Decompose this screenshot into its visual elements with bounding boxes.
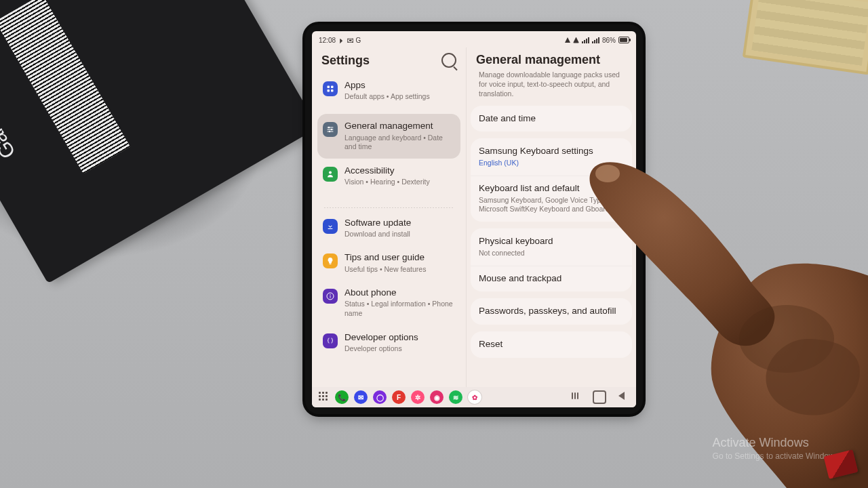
setting-row-label: Samsung Keyboard settings [479, 146, 624, 157]
nav-back-button[interactable] [618, 390, 629, 401]
sidebar-item-subtitle: Useful tips • New features [344, 265, 455, 274]
device-frame: 12:08 ⏵ ✉ G 86% Settings AppsDefault app… [305, 24, 643, 414]
svg-point-9 [329, 131, 330, 132]
settings-group: Samsung Keyboard settingsEnglish (UK)Key… [471, 138, 632, 222]
setting-row-mouse[interactable]: Mouse and trackpad [471, 266, 632, 292]
setting-row-kbdlist[interactable]: Keyboard list and defaultSamsung Keyboar… [471, 176, 632, 222]
setting-row-physkb[interactable]: Physical keyboardNot connected [471, 228, 632, 266]
svg-rect-15 [330, 296, 331, 298]
battery-percentage: 86% [602, 37, 616, 44]
taskbar-app-browser[interactable]: ◯ [373, 390, 387, 404]
svg-rect-11 [328, 228, 333, 229]
nav-home-button[interactable] [593, 390, 606, 404]
sidebar-item-subtitle: Developer options [344, 344, 455, 354]
taskbar-app-phone[interactable]: 📞 [335, 390, 349, 404]
watermark-title: Activate Windows [713, 436, 841, 450]
sidebar-item-label: Software update [344, 218, 455, 228]
svg-rect-0 [328, 86, 330, 89]
svg-point-14 [330, 295, 331, 296]
sidebar-item-subtitle: Status • Legal information • Phone name [344, 300, 455, 318]
about-icon [323, 289, 338, 304]
sidebar-item-swupdate[interactable]: Software updateDownload and install [317, 211, 460, 246]
app-drawer-icon[interactable] [319, 392, 330, 403]
sidebar-item-apps[interactable]: AppsDefault apps • App settings [317, 73, 460, 108]
taskbar-app-messages[interactable]: ✉ [354, 390, 368, 404]
tips-icon [323, 253, 338, 268]
taskbar-app-news[interactable]: F [392, 390, 406, 404]
setting-row-skb[interactable]: Samsung Keyboard settingsEnglish (UK) [471, 138, 632, 176]
sidebar-title: Settings [321, 54, 370, 68]
svg-point-10 [329, 171, 332, 174]
detail-intro-subtitle: Manage downloadable language packs used … [471, 70, 632, 106]
swupdate-icon [323, 219, 338, 234]
sidebar-item-label: Apps [344, 80, 455, 91]
sidebar-item-devopt[interactable]: Developer optionsDeveloper options [317, 325, 460, 361]
apps-icon [323, 81, 338, 96]
sidebar-item-about[interactable]: About phoneStatus • Legal information • … [317, 281, 460, 325]
setting-row-label: Reset [479, 339, 624, 350]
taskbar: 📞✉◯F✲◉≋✿ [312, 387, 636, 407]
sidebar-item-subtitle: Default apps • App settings [344, 92, 455, 102]
setting-row-subtitle: English (UK) [479, 159, 624, 168]
sidebar-item-label: Tips and user guide [344, 252, 455, 263]
sidebar-item-subtitle: Download and install [344, 230, 455, 239]
taskbar-app-photos[interactable]: ✿ [468, 390, 481, 404]
setting-row-reset[interactable]: Reset [471, 331, 632, 358]
taskbar-app-spotify[interactable]: ≋ [449, 390, 462, 404]
mute-icon [565, 37, 570, 43]
wifi-icon [573, 37, 579, 43]
setting-row-label: Passwords, passkeys, and autofill [479, 306, 624, 317]
status-time: 12:08 [319, 37, 336, 44]
svg-rect-1 [331, 86, 334, 89]
sidebar-item-subtitle: Language and keyboard • Date and time [344, 134, 455, 152]
watermark-subtitle: Go to Settings to activate Windows. [713, 451, 841, 461]
setting-row-label: Date and time [479, 113, 624, 125]
status-indicators: ⏵ ✉ G [338, 37, 361, 44]
devopt-icon [323, 333, 338, 348]
setting-row-subtitle: Not connected [479, 249, 624, 258]
setting-row-subtitle: Samsung Keyboard, Google Voice Typing, M… [479, 196, 624, 214]
signal-icon [582, 37, 589, 43]
nav-recents-button[interactable] [570, 390, 580, 401]
sidebar-item-access[interactable]: AccessibilityVision • Hearing • Dexterit… [317, 159, 460, 194]
sidebar-item-label: General management [344, 121, 455, 131]
sidebar-item-tips[interactable]: Tips and user guideUseful tips • New fea… [317, 245, 460, 281]
sidebar-item-label: Developer options [344, 332, 455, 343]
svg-rect-3 [331, 89, 334, 92]
settings-group: Date and time [471, 106, 632, 132]
signal-icon-2 [592, 37, 599, 43]
product-box-barcode [0, 0, 130, 174]
setting-row-datetime[interactable]: Date and time [471, 106, 632, 132]
access-icon [323, 167, 338, 182]
setting-row-pw[interactable]: Passwords, passkeys, and autofill [471, 298, 632, 325]
sidebar-item-subtitle: Vision • Hearing • Dexterity [344, 178, 455, 187]
settings-group: Passwords, passkeys, and autofill [471, 298, 632, 325]
settings-group: Physical keyboardNot connectedMouse and … [471, 228, 632, 291]
detail-pane: General management Manage downloadable l… [467, 47, 636, 387]
detail-title: General management [476, 53, 627, 67]
sidebar-item-general[interactable]: General managementLanguage and keyboard … [317, 114, 460, 158]
setting-row-label: Keyboard list and default [479, 183, 624, 195]
search-icon[interactable] [441, 53, 456, 68]
sidebar-item-label: Accessibility [344, 165, 455, 176]
windows-watermark: Activate Windows Go to Settings to activ… [713, 436, 841, 461]
battery-icon [618, 37, 629, 43]
taskbar-app-instagram[interactable]: ◉ [430, 390, 443, 404]
setting-row-label: Physical keyboard [479, 236, 624, 247]
svg-point-8 [331, 129, 332, 130]
setting-row-label: Mouse and trackpad [479, 273, 624, 285]
svg-rect-2 [328, 89, 330, 92]
settings-group: Reset [471, 331, 632, 358]
taskbar-app-app-pink[interactable]: ✲ [411, 390, 425, 404]
settings-sidebar: Settings AppsDefault apps • App settings… [312, 47, 467, 387]
status-bar: 12:08 ⏵ ✉ G 86% [312, 31, 636, 47]
svg-point-7 [328, 127, 330, 128]
screen: 12:08 ⏵ ✉ G 86% Settings AppsDefault app… [312, 31, 636, 407]
svg-rect-12 [330, 264, 332, 264]
sidebar-item-label: About phone [344, 287, 455, 298]
general-icon [323, 122, 338, 137]
